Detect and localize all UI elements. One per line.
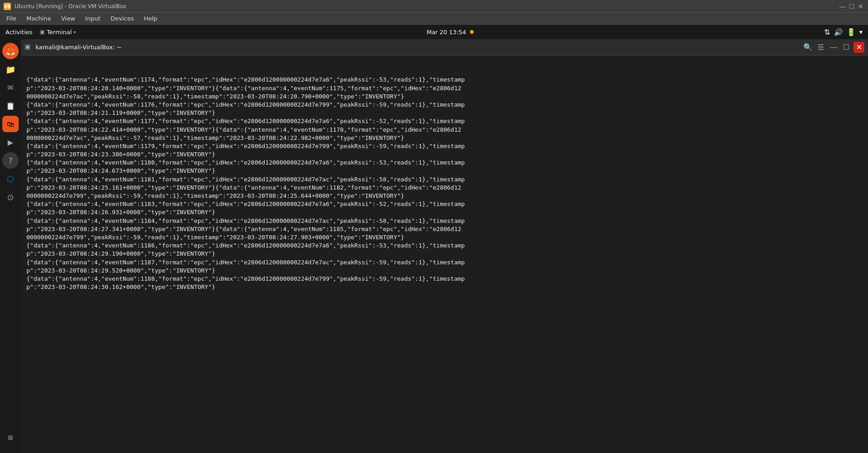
terminal-line: {"data":{"antenna":4,"eventNum":1186,"fo… (26, 242, 863, 250)
terminal-menu-button[interactable]: ☰ (815, 42, 826, 53)
terminal-header: ▣ kamali@kamali-VirtualBox: ~ 🔍 ☰ — ☐ ✕ (21, 39, 868, 56)
terminal-line: p":"2023-03-20T08:24:26.931+0000","type"… (26, 208, 863, 216)
sidebar-icon-grid[interactable]: ⊞ (2, 429, 19, 446)
terminal-line: 0000000224d7e799","peakRssi":-59,"reads"… (26, 233, 863, 242)
sidebar-icon-terminal[interactable]: ▶ (2, 134, 19, 150)
terminal-line: 0000000224d7e799","peakRssi":-59,"reads"… (26, 192, 863, 200)
restore-button[interactable]: ☐ (848, 3, 855, 10)
minimize-button[interactable]: — (839, 3, 846, 10)
terminal-header-left: ▣ kamali@kamali-VirtualBox: ~ (25, 43, 122, 52)
menu-file[interactable]: File (2, 14, 21, 23)
terminal-line: p":"2023-03-20T08:24:24.673+0000","type"… (26, 167, 863, 175)
sidebar-icon-help[interactable]: ? (2, 152, 19, 169)
terminal-line: {"data":{"antenna":4,"eventNum":1181,"fo… (26, 175, 863, 184)
title-bar-left: VB Ubuntu [Running] - Oracle VM VirtualB… (4, 3, 126, 10)
terminal-app-button[interactable]: ▣ Terminal ▾ (40, 29, 76, 36)
sidebar-icon-cd[interactable]: ⊙ (2, 189, 19, 205)
title-bar: VB Ubuntu [Running] - Oracle VM VirtualB… (0, 0, 868, 13)
sidebar-icon-notepad[interactable]: 📋 (2, 98, 19, 114)
terminal-line: p":"2023-03-20T08:24:25.161+0000","type"… (26, 184, 863, 192)
virtualbox-icon: VB (4, 3, 11, 10)
title-bar-controls: — ☐ ✕ (839, 3, 864, 10)
sidebar-icon-ubuntu-store[interactable]: 🛍 (2, 116, 19, 132)
menu-bar: File Machine View Input Devices Help (0, 13, 868, 25)
menu-devices[interactable]: Devices (106, 14, 138, 23)
terminal-app-label: Terminal (47, 29, 72, 36)
sidebar: 🦊 📁 ✉ 📋 🛍 ▶ ? ⬡ ⊙ ⊞ (0, 39, 21, 453)
terminal-line: p":"2023-03-20T08:24:21.119+0000","type"… (26, 109, 863, 117)
battery-icon[interactable]: 🔋 (847, 28, 856, 36)
sidebar-icon-vscode[interactable]: ⬡ (2, 170, 19, 187)
menu-view[interactable]: View (56, 14, 80, 23)
sidebar-icon-email[interactable]: ✉ (2, 79, 19, 96)
terminal-window: ▣ kamali@kamali-VirtualBox: ~ 🔍 ☰ — ☐ ✕ … (21, 39, 868, 453)
sidebar-bottom: ⊞ (2, 429, 19, 449)
activities-button[interactable]: Activities (5, 29, 32, 36)
terminal-line: p":"2023-03-20T08:24:29.520+0000","type"… (26, 267, 863, 275)
notification-dot (470, 30, 474, 34)
volume-icon[interactable]: 🔊 (834, 28, 843, 36)
terminal-line: {"data":{"antenna":4,"eventNum":1184,"fo… (26, 217, 863, 225)
terminal-header-right: 🔍 ☰ — ☐ ✕ (802, 42, 864, 53)
terminal-line: {"data":{"antenna":4,"eventNum":1179,"fo… (26, 142, 863, 150)
menu-help[interactable]: Help (139, 14, 162, 23)
terminal-line: p":"2023-03-20T08:24:22.414+0000","type"… (26, 126, 863, 134)
system-menu-icon[interactable]: ▾ (859, 28, 863, 36)
terminal-line: p":"2023-03-20T08:24:29.190+0000","type"… (26, 250, 863, 258)
terminal-line: p":"2023-03-20T08:24:30.162+0000","type"… (26, 283, 863, 291)
main-area: 🦊 📁 ✉ 📋 🛍 ▶ ? ⬡ ⊙ ⊞ (0, 39, 868, 453)
terminal-line: 0000000224d7e7ac","peakRssi":-58,"reads"… (26, 93, 863, 101)
gnome-bar-center: Mar 20 13:54 (427, 29, 474, 36)
terminal-line: 0000000224d7e7ac","peakRssi":-57,"reads"… (26, 134, 863, 142)
terminal-line: p":"2023-03-20T08:24:23.386+0000","type"… (26, 150, 863, 159)
gnome-bar-left: Activities ▣ Terminal ▾ (5, 29, 76, 36)
close-button[interactable]: ✕ (857, 3, 864, 10)
menu-machine[interactable]: Machine (22, 14, 56, 23)
terminal-content[interactable]: {"data":{"antenna":4,"eventNum":1174,"fo… (21, 56, 868, 453)
terminal-close-button[interactable]: ✕ (853, 42, 864, 53)
terminal-line: {"data":{"antenna":4,"eventNum":1180,"fo… (26, 159, 863, 167)
sidebar-icon-firefox[interactable]: 🦊 (2, 43, 19, 59)
terminal-search-button[interactable]: 🔍 (802, 42, 813, 53)
terminal-line: {"data":{"antenna":4,"eventNum":1187,"fo… (26, 258, 863, 267)
title-bar-text: Ubuntu [Running] - Oracle VM VirtualBox (15, 3, 126, 10)
terminal-minimize-button[interactable]: — (828, 42, 839, 53)
terminal-line: {"data":{"antenna":4,"eventNum":1177,"fo… (26, 117, 863, 125)
terminal-line: p":"2023-03-20T08:24:20.140+0000","type"… (26, 84, 863, 93)
gnome-bar-right: ⇅ 🔊 🔋 ▾ (824, 28, 863, 36)
sidebar-icon-files[interactable]: 📁 (2, 61, 19, 77)
terminal-line: {"data":{"antenna":4,"eventNum":1176,"fo… (26, 101, 863, 109)
menu-input[interactable]: Input (81, 14, 105, 23)
terminal-tab-icon: ▣ (25, 43, 34, 52)
terminal-title: kamali@kamali-VirtualBox: ~ (36, 44, 122, 51)
terminal-line: {"data":{"antenna":4,"eventNum":1183,"fo… (26, 200, 863, 208)
date-time-label: Mar 20 13:54 (427, 29, 466, 36)
terminal-line: {"data":{"antenna":4,"eventNum":1188,"fo… (26, 275, 863, 283)
gnome-bar: Activities ▣ Terminal ▾ Mar 20 13:54 ⇅ 🔊… (0, 25, 868, 39)
terminal-line: p":"2023-03-20T08:24:27.341+0000","type"… (26, 225, 863, 233)
terminal-line: {"data":{"antenna":4,"eventNum":1174,"fo… (26, 76, 863, 84)
network-icon[interactable]: ⇅ (824, 28, 830, 36)
terminal-restore-button[interactable]: ☐ (841, 42, 852, 53)
